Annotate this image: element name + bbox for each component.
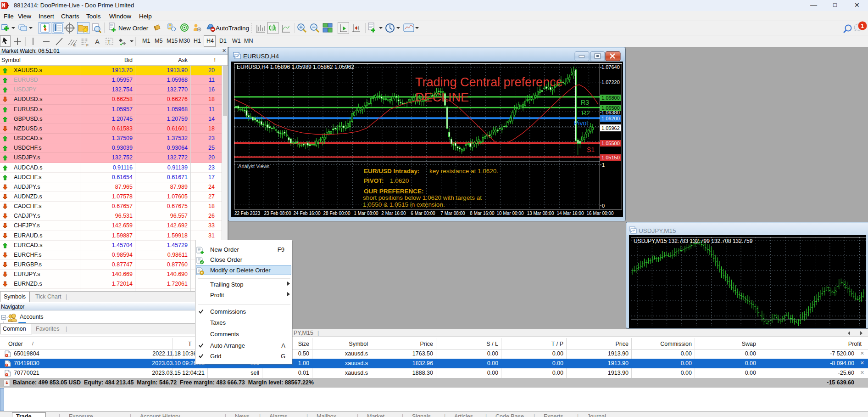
svg-text:Taxes: Taxes <box>210 319 226 326</box>
svg-text:Comments: Comments <box>210 331 239 338</box>
svg-text:New Order: New Order <box>210 246 239 253</box>
svg-text:Modify or Delete Order: Modify or Delete Order <box>210 267 271 274</box>
svg-text:Commissions: Commissions <box>210 308 246 315</box>
svg-text:Trailing Stop: Trailing Stop <box>210 281 244 288</box>
svg-text:Grid: Grid <box>210 353 222 360</box>
svg-text:A: A <box>281 342 285 349</box>
svg-text:F9: F9 <box>278 246 284 253</box>
svg-text:G: G <box>281 353 285 360</box>
svg-text:Profit: Profit <box>210 292 224 299</box>
svg-text:Close Order: Close Order <box>210 256 243 263</box>
svg-text:Auto Arrange: Auto Arrange <box>210 342 245 349</box>
